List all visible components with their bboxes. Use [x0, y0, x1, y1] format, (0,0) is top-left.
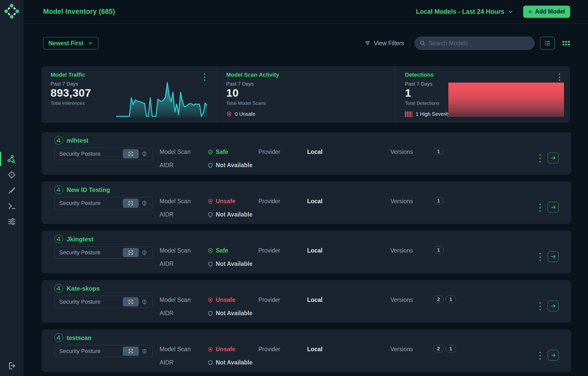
stat-sublabel: Total Model Scans: [226, 100, 266, 106]
provider-value: Local: [307, 149, 322, 155]
version-badge[interactable]: 2: [433, 345, 444, 352]
security-posture-label: Security Posture: [59, 151, 100, 157]
sidebar-item-models[interactable]: [0, 151, 23, 167]
aidr-toggle[interactable]: [139, 199, 150, 208]
search-box[interactable]: [415, 37, 535, 50]
stat-value: 893,307: [51, 87, 91, 99]
sidebar-item-console[interactable]: [0, 198, 23, 214]
model-name[interactable]: New ID Testing: [67, 186, 110, 193]
open-model-button[interactable]: [548, 251, 559, 262]
stat-title: Model Scan Activity: [226, 72, 279, 78]
versions-label: Versions: [390, 346, 413, 353]
model-type-icon: [54, 235, 63, 243]
version-badge[interactable]: 1: [433, 246, 444, 254]
aidr-toggle[interactable]: [139, 347, 150, 356]
open-model-button[interactable]: [548, 350, 559, 361]
security-posture-control: Security Posture: [54, 148, 153, 160]
chevron-down-icon: [88, 40, 93, 46]
sidebar-item-attacks[interactable]: [0, 183, 23, 198]
list-view-icon: [544, 40, 551, 47]
scope-dropdown[interactable]: Local Models - Last 24 Hours: [416, 8, 513, 15]
version-badge[interactable]: 1: [433, 197, 444, 204]
model-name[interactable]: Jkingtest: [67, 236, 93, 243]
open-model-button[interactable]: [548, 202, 559, 213]
aidr-label: AIDR: [160, 310, 174, 317]
shield-icon: [208, 261, 213, 267]
version-badges: 1: [433, 197, 444, 204]
provider-value: Local: [307, 247, 322, 254]
model-list: mlhtest Security Posture Model Scan Safe: [42, 132, 571, 376]
row-kebab-menu[interactable]: [539, 352, 541, 360]
version-badge[interactable]: 1: [446, 345, 456, 352]
sidebar-item-settings[interactable]: [0, 214, 23, 229]
model-name[interactable]: mlhtest: [67, 137, 88, 144]
scan-frame-icon: [128, 299, 134, 305]
arrow-right-icon: [550, 204, 556, 210]
model-type-icon: [54, 333, 63, 342]
aidr-toggle[interactable]: [139, 149, 150, 158]
version-badge[interactable]: 1: [446, 295, 456, 303]
shield-bug-icon: [226, 111, 232, 117]
aidr-label: AIDR: [160, 359, 174, 366]
stat-period: Past 7 Days: [226, 81, 254, 87]
model-scan-toggle[interactable]: [123, 199, 139, 208]
logout-button[interactable]: [0, 361, 23, 370]
high-severity-count: 1 High Severity: [405, 111, 450, 117]
row-kebab-menu[interactable]: [539, 302, 541, 310]
aidr-toggle[interactable]: [139, 297, 150, 306]
view-filters-button[interactable]: View Filters: [365, 40, 404, 47]
kebab-menu-icon[interactable]: [204, 73, 205, 81]
security-posture-label: Security Posture: [59, 200, 100, 207]
model-scan-toggle[interactable]: [123, 347, 139, 356]
open-model-button[interactable]: [548, 301, 559, 311]
shield-icon: [208, 360, 213, 366]
model-row: Jkingtest Security Posture Model Scan Sa…: [42, 231, 571, 273]
app-logo-icon[interactable]: [4, 3, 20, 19]
row-kebab-menu[interactable]: [539, 204, 541, 212]
model-name[interactable]: Kate-skops: [67, 285, 100, 292]
model-scan-toggle[interactable]: [123, 248, 139, 257]
shield-icon: [208, 212, 213, 218]
sort-dropdown[interactable]: Newest First: [43, 37, 99, 49]
version-badge[interactable]: 2: [433, 295, 444, 303]
provider-label: Provider: [258, 346, 280, 353]
versions-label: Versions: [390, 149, 413, 155]
row-kebab-menu[interactable]: [539, 154, 541, 162]
scan-frame-icon: [128, 200, 134, 206]
kebab-menu-icon[interactable]: [559, 73, 560, 81]
shield-half-icon: [142, 299, 147, 305]
aidr-status: Not Available: [208, 162, 253, 169]
row-kebab-menu[interactable]: [539, 253, 541, 261]
shield-check-icon: [208, 149, 213, 155]
model-scan-toggle[interactable]: [123, 297, 139, 306]
unsafe-count: 0 Unsafe: [226, 111, 255, 117]
aidr-toggle[interactable]: [139, 248, 150, 257]
model-scan-label: Model Scan: [160, 198, 190, 205]
stat-value: 10: [226, 87, 239, 99]
stat-value: 1: [405, 87, 411, 99]
version-badges: 21: [433, 295, 456, 303]
add-model-button[interactable]: + Add Model: [523, 6, 570, 18]
shield-bug-icon: [208, 347, 213, 352]
shield-check-icon: [208, 248, 213, 254]
shield-bug-icon: [208, 199, 213, 204]
sidebar-item-detections[interactable]: [0, 167, 23, 183]
version-badge[interactable]: 1: [433, 147, 444, 155]
versions-label: Versions: [390, 247, 413, 254]
severity-bars-icon: [405, 111, 413, 117]
open-model-button[interactable]: [548, 153, 559, 163]
shield-icon: [208, 163, 213, 168]
search-input[interactable]: [429, 40, 530, 47]
scan-frame-icon: [128, 250, 134, 255]
network-icon: [7, 155, 16, 164]
model-scan-toggle[interactable]: [123, 149, 139, 158]
model-name[interactable]: testscan: [67, 334, 91, 341]
terminal-icon: [7, 202, 16, 210]
provider-value: Local: [307, 198, 322, 205]
stats-card: Model Traffic Past 7 Days 893,307 Total …: [42, 66, 570, 123]
stat-sublabel: Total Inferences: [51, 100, 85, 106]
main-content: Model Inventory (685) Local Models - Las…: [23, 0, 588, 376]
security-posture-label: Security Posture: [59, 249, 100, 256]
list-view-button[interactable]: [540, 37, 555, 50]
grid-view-button[interactable]: [562, 41, 570, 45]
